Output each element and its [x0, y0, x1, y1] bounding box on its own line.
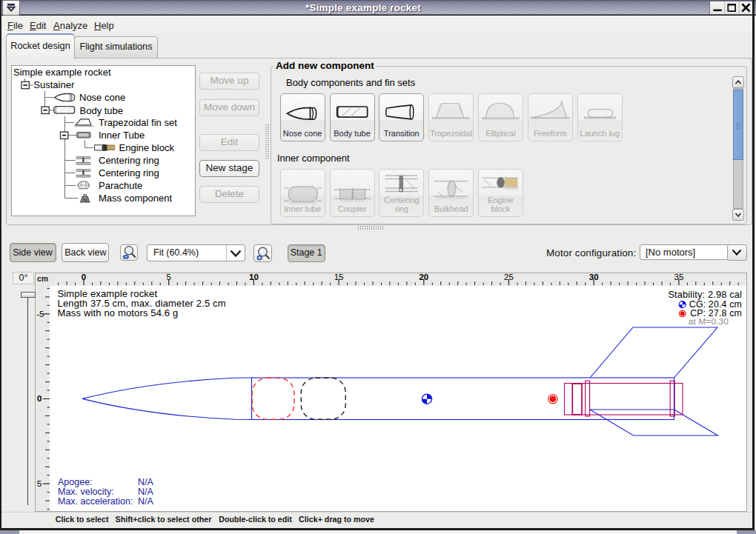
svg-text:kg: kg — [83, 197, 87, 201]
svg-text:Sustainer: Sustainer — [33, 79, 75, 90]
svg-text:Apogee:: Apogee: — [58, 477, 93, 487]
svg-text:Simple example rocket: Simple example rocket — [13, 67, 111, 78]
svg-text:0: 0 — [82, 273, 86, 281]
svg-text:Parachute: Parachute — [99, 180, 142, 191]
svg-text:5: 5 — [37, 479, 42, 488]
svg-text:Mass with no motors 54.6 g: Mass with no motors 54.6 g — [58, 307, 179, 318]
svg-text:Centering ring: Centering ring — [99, 167, 159, 178]
svg-text:Nose cone: Nose cone — [79, 92, 125, 103]
svg-text:-5: -5 — [36, 310, 44, 318]
svg-text:Centering ring: Centering ring — [99, 155, 159, 166]
svg-text:Engine block: Engine block — [119, 142, 175, 153]
svg-text:Max. velocity:: Max. velocity: — [58, 487, 114, 497]
svg-text:Max. acceleration:: Max. acceleration: — [58, 496, 133, 507]
svg-text:Mass component: Mass component — [99, 193, 172, 204]
svg-text:Body tube: Body tube — [80, 105, 124, 116]
svg-text:30: 30 — [589, 273, 599, 281]
svg-text:N/A: N/A — [138, 477, 154, 487]
svg-text:Trapezoidal fin set: Trapezoidal fin set — [99, 117, 177, 128]
svg-text:Stability: 2.98 cal: Stability: 2.98 cal — [668, 289, 742, 300]
svg-text:10: 10 — [249, 273, 259, 281]
svg-text:5: 5 — [166, 273, 170, 281]
svg-text:25: 25 — [504, 273, 514, 281]
svg-text:Inner Tube: Inner Tube — [99, 130, 145, 141]
svg-text:N/A: N/A — [138, 487, 154, 497]
svg-text:35: 35 — [674, 273, 684, 281]
svg-text:0: 0 — [37, 394, 42, 403]
svg-text:15: 15 — [334, 273, 344, 281]
svg-text:at M=0.30: at M=0.30 — [689, 316, 729, 327]
svg-text:20: 20 — [419, 273, 428, 281]
svg-text:N/A: N/A — [138, 496, 154, 507]
